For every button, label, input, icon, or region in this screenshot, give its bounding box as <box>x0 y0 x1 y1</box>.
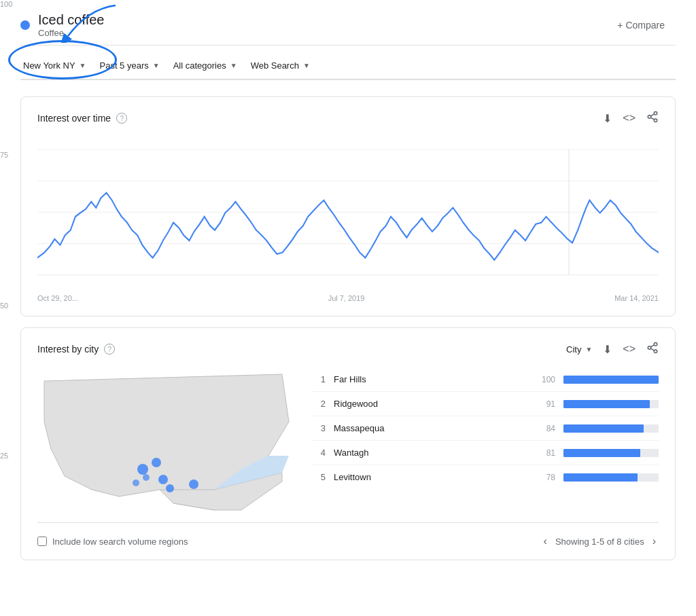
rank-bar-5 <box>563 473 638 482</box>
interest-by-city-help-icon[interactable]: ? <box>104 344 115 355</box>
y-label-25: 25 <box>0 452 12 460</box>
interest-by-city-header: Interest by city ? City ▼ ⬇ <> <box>37 342 659 357</box>
search-type-filter[interactable]: Web Search ▼ <box>248 54 321 79</box>
search-term-name: Iced coffee <box>38 12 104 28</box>
include-low-checkbox[interactable] <box>37 537 47 546</box>
city-section-title-wrap: Interest by city ? <box>37 344 115 355</box>
city-dropdown-chevron: ▼ <box>585 346 592 353</box>
x-label-2: Jul 7, 2019 <box>328 294 365 302</box>
rank-bar-2 <box>563 400 650 408</box>
svg-line-16 <box>650 345 654 347</box>
map-svg <box>37 367 296 517</box>
rank-num-2: 2 <box>312 399 326 409</box>
rankings-area: 1 Far Hills 100 2 Ridgewood 91 3 <box>312 367 659 517</box>
rank-num-5: 5 <box>312 472 326 482</box>
location-chevron: ▼ <box>80 62 86 69</box>
x-axis-labels: Oct 29, 20... Jul 7, 2019 Mar 14, 2021 <box>37 294 659 302</box>
interest-over-time-title: Interest over time <box>37 113 111 124</box>
rank-bar-4 <box>563 449 640 457</box>
pagination-wrap: ‹ Showing 1-5 of 8 cities › <box>541 532 659 550</box>
map-area <box>37 367 296 517</box>
svg-line-5 <box>650 114 654 116</box>
svg-point-1 <box>654 112 657 115</box>
map-dot-farhills <box>137 464 148 475</box>
ranking-row-3: 3 Massapequa 84 <box>312 416 659 441</box>
ranking-row-2: 2 Ridgewood 91 <box>312 392 659 416</box>
rank-bar-wrap-4 <box>563 449 659 457</box>
category-chevron: ▼ <box>230 62 237 69</box>
pagination-next[interactable]: › <box>650 532 659 550</box>
map-dot-ridgewood <box>152 458 161 467</box>
interest-over-time-section: Interest over time ? ⬇ <> 100 75 50 25 <box>20 96 676 316</box>
y-label-50: 50 <box>0 302 12 310</box>
rank-bar-wrap-3 <box>563 424 659 433</box>
svg-point-12 <box>654 343 657 346</box>
embed-icon[interactable]: <> <box>623 112 636 124</box>
svg-line-4 <box>650 117 654 120</box>
svg-point-3 <box>654 119 657 122</box>
pagination-prev[interactable]: ‹ <box>541 532 550 550</box>
rank-city-5: Levittown <box>334 472 527 482</box>
city-content: 1 Far Hills 100 2 Ridgewood 91 3 <box>37 367 659 517</box>
rank-score-5: 78 <box>535 473 555 482</box>
city-embed-icon[interactable]: <> <box>623 343 636 355</box>
rank-city-3: Massapequa <box>334 423 527 433</box>
svg-line-15 <box>650 348 654 350</box>
rank-score-4: 81 <box>535 448 555 458</box>
include-low-wrap: Include low search volume regions <box>37 537 188 547</box>
rank-bar-3 <box>563 424 644 433</box>
svg-point-13 <box>648 346 651 350</box>
ranking-row-1: 1 Far Hills 100 <box>312 367 659 392</box>
rank-bar-1 <box>563 376 659 384</box>
chart-wrap: 100 75 50 25 <box>37 137 659 302</box>
location-filter[interactable]: New York NY ▼ <box>20 54 97 79</box>
interest-by-city-section: Interest by city ? City ▼ ⬇ <> <box>20 327 676 560</box>
time-range-label: Past 5 years <box>100 60 149 71</box>
ranking-row-5: 5 Levittown 78 <box>312 465 659 489</box>
rank-bar-wrap-5 <box>563 473 659 482</box>
map-dot-extra1 <box>143 474 150 481</box>
location-label: New York NY <box>23 60 75 71</box>
section-title-wrap: Interest over time ? <box>37 113 127 124</box>
search-type-chevron: ▼ <box>303 62 310 69</box>
rank-num-4: 4 <box>312 448 326 458</box>
filter-bar-wrapper: New York NY ▼ Past 5 years ▼ All categor… <box>20 46 676 80</box>
rank-city-1: Far Hills <box>334 374 527 384</box>
y-axis-labels: 100 75 50 25 <box>0 0 12 560</box>
search-term-info: Iced coffee Coffee <box>38 12 104 38</box>
city-dropdown-label: City <box>566 344 581 355</box>
rank-city-2: Ridgewood <box>334 399 527 409</box>
search-type-label: Web Search <box>251 60 299 71</box>
svg-point-14 <box>654 350 657 353</box>
rank-city-4: Wantagh <box>334 448 527 458</box>
y-label-75: 75 <box>0 151 12 159</box>
map-dot-levittown <box>166 484 174 492</box>
city-share-icon[interactable] <box>646 342 659 357</box>
city-dropdown-button[interactable]: City ▼ <box>566 344 592 355</box>
chart-container <box>37 142 659 291</box>
city-download-icon[interactable]: ⬇ <box>603 343 612 356</box>
share-icon[interactable] <box>646 111 659 126</box>
map-dot-extra2 <box>133 479 139 486</box>
category-label: All categories <box>173 60 226 71</box>
chart-svg <box>37 142 659 291</box>
rank-num-3: 3 <box>312 423 326 433</box>
y-label-100: 100 <box>0 0 12 8</box>
city-bottom-bar: Include low search volume regions ‹ Show… <box>37 522 659 560</box>
interest-over-time-help-icon[interactable]: ? <box>116 113 127 124</box>
time-range-filter[interactable]: Past 5 years ▼ <box>97 54 171 79</box>
interest-over-time-header: Interest over time ? ⬇ <> <box>37 111 659 126</box>
include-low-label: Include low search volume regions <box>52 537 188 547</box>
rank-bar-wrap-2 <box>563 400 659 408</box>
time-range-chevron: ▼ <box>153 62 160 69</box>
filter-bar: New York NY ▼ Past 5 years ▼ All categor… <box>20 46 676 80</box>
interest-over-time-actions: ⬇ <> <box>603 111 659 126</box>
x-label-1: Oct 29, 20... <box>37 294 78 302</box>
map-dot-massapequa <box>189 479 198 489</box>
page-wrapper: Iced coffee Coffee + Compare <box>0 0 696 560</box>
search-term-bar: Iced coffee Coffee + Compare <box>20 0 676 46</box>
compare-button[interactable]: + Compare <box>606 14 676 36</box>
download-icon[interactable]: ⬇ <box>603 112 612 125</box>
search-term-left: Iced coffee Coffee <box>20 12 104 38</box>
category-filter[interactable]: All categories ▼ <box>171 54 248 79</box>
